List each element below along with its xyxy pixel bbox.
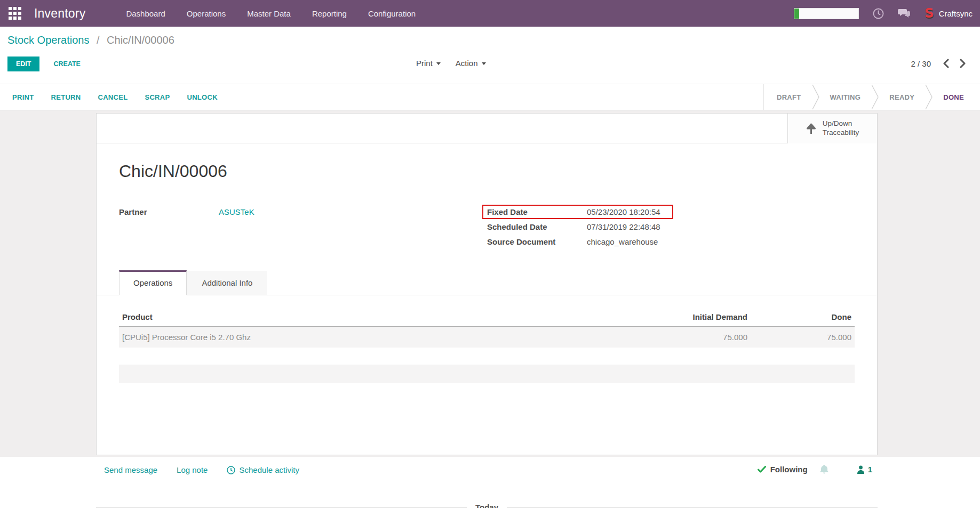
scheduled-date-label: Scheduled Date xyxy=(487,222,587,231)
traceability-button[interactable]: Up/Down Traceability xyxy=(787,114,877,143)
scrap-button[interactable]: SCRAP xyxy=(145,93,170,101)
menu-operations[interactable]: Operations xyxy=(187,9,226,18)
cell-initial-demand: 75.000 xyxy=(633,333,747,342)
chatter: Send message Log note Schedule activity … xyxy=(0,457,980,508)
timer-progress-widget[interactable] xyxy=(794,8,859,19)
partner-label: Partner xyxy=(119,207,219,216)
state-chevron-icon xyxy=(812,84,819,110)
print-label: Print xyxy=(416,59,433,68)
notebook-tabs: Operations Additional Info xyxy=(97,270,877,295)
pager-value: 2 / 30 xyxy=(911,59,931,68)
main-menu: Dashboard Operations Master Data Reporti… xyxy=(126,9,416,18)
print-dropdown[interactable]: Print xyxy=(416,59,441,68)
clock-icon xyxy=(227,466,235,474)
timer-progress-fill xyxy=(794,9,799,19)
menu-configuration[interactable]: Configuration xyxy=(368,9,416,18)
follower-count: 1 xyxy=(868,465,872,474)
control-panel: Stock Operations / Chic/IN/00006 EDIT CR… xyxy=(0,27,980,84)
form-view-background: Up/Down Traceability Chic/IN/00006 Partn… xyxy=(0,110,980,457)
partner-field: Partner ASUSTeK xyxy=(119,207,254,216)
print-action-button[interactable]: PRINT xyxy=(12,93,34,101)
source-document-field: Source Document chicago_warehouse xyxy=(482,235,673,249)
apps-grid-icon[interactable] xyxy=(9,7,21,20)
state-chevron-icon xyxy=(871,84,879,110)
cell-done: 75.000 xyxy=(747,333,851,342)
form-sheet: Up/Down Traceability Chic/IN/00006 Partn… xyxy=(96,113,878,455)
table-header: Product Initial Demand Done xyxy=(119,309,855,327)
avatar: S xyxy=(925,7,934,20)
fixed-date-label: Fixed Date xyxy=(487,207,587,216)
state-ready[interactable]: READY xyxy=(879,93,925,101)
messages-chat-icon[interactable] xyxy=(898,8,911,19)
scheduled-date-field: Scheduled Date 07/31/2019 22:48:48 xyxy=(482,220,673,234)
partner-value-link[interactable]: ASUSTeK xyxy=(219,207,254,216)
tab-additional-info[interactable]: Additional Info xyxy=(187,271,267,295)
breadcrumb-parent[interactable]: Stock Operations xyxy=(7,34,89,46)
cell-product: [CPUi5] Processor Core i5 2.70 Ghz xyxy=(122,333,633,342)
operations-table: Product Initial Demand Done [CPUi5] Proc… xyxy=(119,309,855,348)
action-dropdown[interactable]: Action xyxy=(456,59,486,68)
log-note-button[interactable]: Log note xyxy=(177,465,208,474)
state-draft[interactable]: DRAFT xyxy=(766,93,812,101)
state-waiting[interactable]: WAITING xyxy=(819,93,872,101)
activity-clock-icon[interactable] xyxy=(873,8,884,19)
fixed-date-value: 05/23/2020 18:20:54 xyxy=(587,207,660,216)
following-label: Following xyxy=(770,465,808,474)
column-done: Done xyxy=(747,312,851,321)
fixed-date-field: Fixed Date 05/23/2020 18:20:54 xyxy=(482,205,673,219)
breadcrumb: Stock Operations / Chic/IN/00006 xyxy=(7,34,174,46)
record-title: Chic/IN/00006 xyxy=(119,162,877,181)
breadcrumb-separator: / xyxy=(97,34,100,46)
source-document-label: Source Document xyxy=(487,237,587,246)
menu-dashboard[interactable]: Dashboard xyxy=(126,9,165,18)
state-chevron-icon xyxy=(925,84,933,110)
breadcrumb-current: Chic/IN/00006 xyxy=(107,34,174,46)
schedule-activity-button[interactable]: Schedule activity xyxy=(227,465,299,474)
table-row[interactable]: [CPUi5] Processor Core i5 2.70 Ghz 75.00… xyxy=(119,327,855,348)
return-button[interactable]: RETURN xyxy=(51,93,81,101)
action-label: Action xyxy=(456,59,478,68)
arrow-up-icon xyxy=(806,123,816,134)
user-name: Craftsync xyxy=(939,9,973,18)
create-button[interactable]: CREATE xyxy=(53,60,80,68)
status-pipeline: DRAFT WAITING READY DONE xyxy=(763,84,980,110)
app-name: Inventory xyxy=(34,6,85,21)
column-initial-demand: Initial Demand xyxy=(633,312,747,321)
caret-down-icon xyxy=(436,62,441,65)
scheduled-date-value: 07/31/2019 22:48:48 xyxy=(587,222,660,231)
form-statusbar: PRINT RETURN CANCEL SCRAP UNLOCK DRAFT W… xyxy=(0,84,980,110)
unlock-button[interactable]: UNLOCK xyxy=(187,93,217,101)
send-message-button[interactable]: Send message xyxy=(104,465,157,474)
state-done[interactable]: DONE xyxy=(933,93,975,101)
tab-operations[interactable]: Operations xyxy=(119,270,187,295)
edit-button[interactable]: EDIT xyxy=(7,57,39,71)
column-product: Product xyxy=(122,312,633,321)
button-box: Up/Down Traceability xyxy=(97,114,877,143)
source-document-value: chicago_warehouse xyxy=(587,237,658,246)
today-label: Today xyxy=(467,503,507,508)
traceability-label: Up/Down Traceability xyxy=(823,119,859,138)
user-icon xyxy=(857,465,865,474)
menu-master-data[interactable]: Master Data xyxy=(247,9,291,18)
followers-button[interactable]: 1 xyxy=(857,465,872,474)
pager-next-icon[interactable] xyxy=(960,59,966,68)
pager-previous-icon[interactable] xyxy=(943,59,949,68)
user-menu[interactable]: S Craftsync xyxy=(925,7,973,20)
table-empty-row xyxy=(119,365,855,383)
today-divider: Today xyxy=(96,503,878,508)
top-navbar: Inventory Dashboard Operations Master Da… xyxy=(0,0,980,27)
cancel-button[interactable]: CANCEL xyxy=(98,93,128,101)
menu-reporting[interactable]: Reporting xyxy=(312,9,347,18)
following-button[interactable]: Following xyxy=(758,465,808,474)
caret-down-icon xyxy=(482,62,486,65)
notification-bell-icon[interactable] xyxy=(819,464,829,474)
check-icon xyxy=(758,466,766,473)
